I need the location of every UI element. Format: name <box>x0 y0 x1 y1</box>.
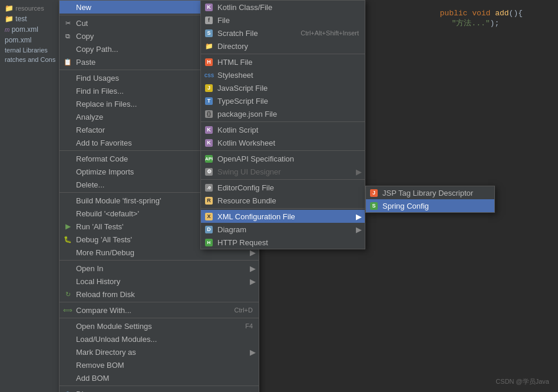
separator-5 <box>60 260 259 261</box>
submenu-diagram[interactable]: D Diagram ▶ <box>201 223 365 236</box>
watermark: CSDN @学员Java <box>496 377 549 386</box>
submenu-sep-3 <box>201 150 365 151</box>
sidebar-item-pomxml1[interactable]: m pom.xml <box>0 24 67 35</box>
editor-code: public void add(){ "方法..."); <box>440 9 523 28</box>
submenu-html-file[interactable]: H HTML File <box>201 55 365 68</box>
submenu-package-json[interactable]: {} package.json File <box>201 107 365 120</box>
submenu-typescript-file[interactable]: T TypeScript File <box>201 94 365 107</box>
submenu-directory[interactable]: 📁 Directory <box>201 39 365 52</box>
menu-item-remove-bom[interactable]: Remove BOM <box>60 358 259 371</box>
xml-config-icon: X <box>204 212 214 221</box>
sidebar-item-scratches[interactable]: ratches and Cons <box>0 55 67 64</box>
submenu-stylesheet[interactable]: css Stylesheet <box>201 68 365 81</box>
menu-item-load-unload[interactable]: Load/Unload Modules... <box>60 332 259 345</box>
package-json-icon: {} <box>204 109 214 118</box>
submenu-openapi[interactable]: API OpenAPI Specification <box>201 152 365 165</box>
submenu-kotlin-script[interactable]: K Kotlin Script <box>201 123 365 136</box>
http-request-icon: H <box>204 238 214 247</box>
sidebar-item-test[interactable]: 📁 test <box>0 14 67 24</box>
submenu-sep-4 <box>201 179 365 180</box>
submenu-swing-designer[interactable]: ⚙ Swing UI Designer ▶ <box>201 165 365 178</box>
submenu-editorconfig[interactable]: .e EditorConfig File <box>201 181 365 194</box>
scratch-file-icon: S <box>204 28 214 38</box>
diagram-icon: D <box>204 225 214 234</box>
reload-icon: ↻ <box>63 289 72 299</box>
submenu-jsp-tag-library[interactable]: J JSP Tag Library Descriptor <box>366 186 494 199</box>
kotlin-class-icon: K <box>204 2 214 12</box>
separator-6 <box>60 302 259 302</box>
separator-8 <box>60 386 259 386</box>
copy-icon: ⧉ <box>63 31 72 41</box>
editorconfig-icon: .e <box>204 183 214 192</box>
sidebar: 📁 resources 📁 test m pom.xml pom.xml ter… <box>0 0 68 392</box>
sidebar-item-resources[interactable]: 📁 resources <box>0 3 67 14</box>
submenu-new: K Kotlin Class/File f File S Scratch Fil… <box>200 0 365 249</box>
swing-icon: ⚙ <box>204 167 214 176</box>
swing-arrow: ▶ <box>356 167 362 176</box>
diagram-arrow: ▶ <box>356 225 362 234</box>
html-file-icon: H <box>204 57 214 67</box>
menu-item-open-module-settings[interactable]: Open Module Settings F4 <box>60 319 259 332</box>
diagrams-icon: ⬡ <box>63 389 72 392</box>
menu-item-add-bom[interactable]: Add BOM <box>60 371 259 384</box>
submenu-scratch-file[interactable]: S Scratch File Ctrl+Alt+Shift+Insert <box>201 27 365 39</box>
openapi-icon: API <box>204 154 214 163</box>
open-in-arrow: ▶ <box>250 264 256 273</box>
sidebar-item-libraries[interactable]: ternal Libraries <box>0 45 67 55</box>
typescript-icon: T <box>204 96 214 106</box>
separator-7 <box>60 318 259 318</box>
compare-icon: ⟺ <box>63 305 72 315</box>
submenu-resource-bundle[interactable]: R Resource Bundle <box>201 194 365 207</box>
submenu-file[interactable]: f File <box>201 14 365 27</box>
submenu-kotlin-worksheet[interactable]: K Kotlin Worksheet <box>201 136 365 149</box>
submenu-sep-2 <box>201 121 365 122</box>
kotlin-worksheet-icon: K <box>204 138 214 147</box>
new-label: New <box>76 3 91 12</box>
directory-icon: 📁 <box>204 41 214 51</box>
stylesheet-icon: css <box>204 70 214 80</box>
resource-bundle-icon: R <box>204 196 214 205</box>
mark-dir-arrow: ▶ <box>250 348 256 357</box>
menu-item-diagrams[interactable]: ⬡ Diagrams ▶ <box>60 387 259 392</box>
file-icon: f <box>204 15 214 25</box>
paste-icon: 📋 <box>63 57 72 67</box>
submenu-sep-1 <box>201 54 365 54</box>
menu-item-open-in[interactable]: Open In ▶ <box>60 262 259 275</box>
submenu-xml-config-menu: J JSP Tag Library Descriptor S Spring Co… <box>365 186 495 213</box>
menu-item-reload-disk[interactable]: ↻ Reload from Disk <box>60 288 259 301</box>
menu-item-local-history[interactable]: Local History ▶ <box>60 275 259 288</box>
kotlin-script-icon: K <box>204 125 214 134</box>
menu-item-compare-with[interactable]: ⟺ Compare With... Ctrl+D <box>60 304 259 317</box>
xml-arrow: ▶ <box>356 212 362 221</box>
local-history-arrow: ▶ <box>250 277 256 286</box>
submenu-sep-5 <box>201 208 365 209</box>
sidebar-item-pomxml2[interactable]: pom.xml <box>0 35 67 45</box>
menu-item-mark-directory[interactable]: Mark Directory as ▶ <box>60 345 259 358</box>
jsp-icon: J <box>369 188 379 197</box>
spring-config-icon: S <box>369 201 379 210</box>
debug-icon: 🐛 <box>63 235 72 244</box>
diagrams-arrow: ▶ <box>250 390 256 393</box>
submenu-xml-config[interactable]: X XML Configuration File ▶ <box>201 210 365 223</box>
submenu-javascript-file[interactable]: J JavaScript File <box>201 81 365 94</box>
submenu-spring-config[interactable]: S Spring Config <box>366 199 494 212</box>
run-icon: ▶ <box>63 222 72 231</box>
cut-icon: ✂ <box>63 18 72 28</box>
javascript-icon: J <box>204 83 214 93</box>
submenu-kotlin-class[interactable]: K Kotlin Class/File <box>201 1 365 14</box>
submenu-http-request[interactable]: H HTTP Request <box>201 236 365 249</box>
